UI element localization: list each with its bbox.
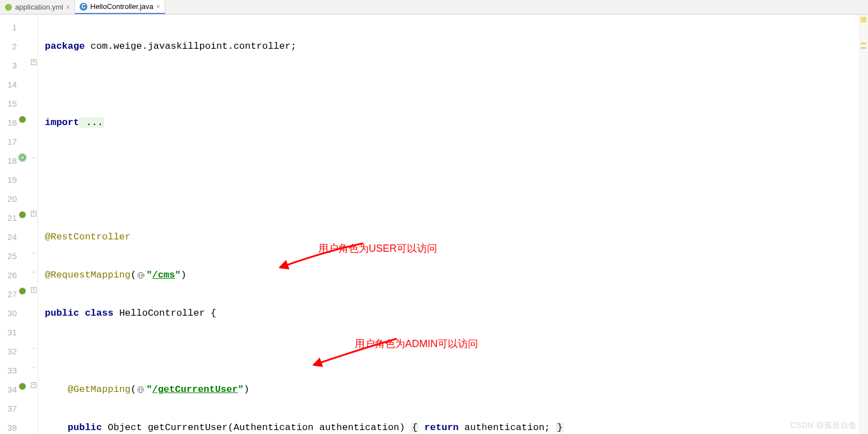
marker-warning[interactable] <box>861 43 866 44</box>
fold-open-icon[interactable]: ⌄ <box>31 268 36 274</box>
editor-tabs: application.yml × C HelloController.java… <box>0 0 868 15</box>
tab-label: HelloController.java <box>90 2 154 11</box>
scrollbar[interactable] <box>859 15 868 434</box>
spring-bean-icon[interactable] <box>18 382 27 391</box>
close-icon[interactable]: × <box>156 3 160 11</box>
gutter-fold: + ⌄ + ⌄ ⌄ + ⌄ ⌄ + <box>29 15 38 434</box>
analysis-status-icon[interactable] <box>861 17 866 22</box>
fold-toggle-icon[interactable]: + <box>31 59 36 65</box>
fold-toggle-icon[interactable]: + <box>31 382 36 388</box>
fold-open-icon[interactable]: ⌄ <box>31 344 36 350</box>
marker-warning[interactable] <box>861 47 866 49</box>
code-area[interactable]: package com.weige.javaskillpoint.control… <box>38 15 868 434</box>
globe-icon[interactable] <box>136 270 146 280</box>
spring-bean-icon[interactable] <box>18 210 27 219</box>
spring-bean-icon[interactable] <box>18 115 27 124</box>
tab-label: application.yml <box>15 3 63 11</box>
fold-toggle-icon[interactable]: + <box>31 211 36 216</box>
globe-icon[interactable] <box>136 385 146 395</box>
tab-hello-controller[interactable]: C HelloController.java × <box>75 0 165 14</box>
spring-bean-icon[interactable] <box>18 287 27 296</box>
web-mapping-icon[interactable] <box>18 153 27 162</box>
fold-open-icon[interactable]: ⌄ <box>31 363 36 369</box>
spring-icon <box>4 3 12 11</box>
class-icon: C <box>80 3 87 11</box>
close-icon[interactable]: × <box>66 3 70 11</box>
fold-open-icon[interactable]: ⌄ <box>31 154 36 159</box>
tab-application-yml[interactable]: application.yml × <box>0 0 75 14</box>
fold-open-icon[interactable]: ⌄ <box>31 249 36 255</box>
watermark: CSDN @孤居自傲 <box>790 421 857 431</box>
fold-toggle-icon[interactable]: + <box>31 287 36 293</box>
gutter-icons <box>17 15 29 434</box>
editor-area: 1 2 3 14 15 16 17 18 19 20 21 24 25 26 2… <box>0 15 868 434</box>
gutter-line-numbers: 1 2 3 14 15 16 17 18 19 20 21 24 25 26 2… <box>0 15 17 434</box>
